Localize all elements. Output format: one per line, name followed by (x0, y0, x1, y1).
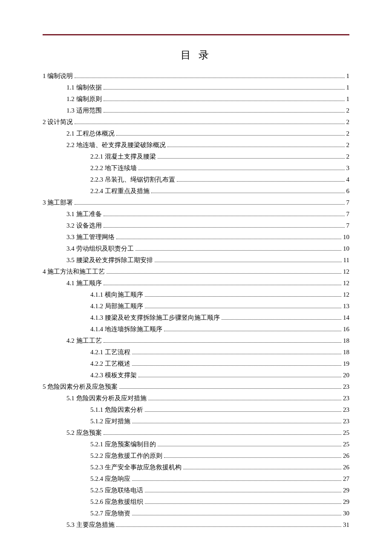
toc-entry-label: 4.1 施工顺序 (66, 278, 102, 289)
toc-entry: 4.1 施工顺序12 (43, 278, 349, 289)
toc-entry: 3.2 设备选用7 (43, 220, 349, 231)
toc-entry: 5.2.4 应急响应27 (43, 473, 349, 485)
toc-entry-page: 12 (343, 266, 349, 278)
toc-leader-dots (145, 296, 341, 297)
toc-entry-page: 7 (346, 220, 350, 231)
toc-entry-page: 18 (343, 347, 349, 358)
toc-entry-page: 31 (343, 519, 349, 531)
toc-leader-dots (104, 112, 345, 113)
toc-entry-page: 10 (343, 231, 349, 243)
toc-entry: 5.2.1 应急预案编制目的25 (43, 439, 349, 450)
toc-entry-page: 7 (346, 208, 350, 220)
toc-entry: 4.2.1 工艺流程18 (43, 347, 349, 358)
toc-leader-dots (116, 239, 342, 239)
toc-entry-label: 2.2.3 吊装孔、绳锯切割孔布置 (90, 174, 175, 185)
toc-entry: 2.1 工程总体概况2 (43, 128, 349, 139)
toc-entry-label: 5.3 主要应急措施 (66, 519, 115, 531)
toc-entry-page: 2 (346, 128, 350, 139)
toc-leader-dots (104, 216, 345, 216)
toc-leader-dots (132, 365, 341, 366)
header-rule (43, 34, 349, 35)
toc-entry-page: 23 (343, 416, 349, 427)
toc-entry-page: 29 (343, 485, 349, 496)
toc-entry: 3.5 腰梁及砼支撑拆除工期安排11 (43, 254, 349, 266)
toc-entry-page: 18 (343, 335, 349, 347)
toc-entry-page: 14 (343, 312, 349, 324)
toc-entry-label: 5.2.1 应急预案编制目的 (90, 439, 156, 450)
toc-entry: 1.1 编制依据1 (43, 82, 349, 93)
toc-entry: 4.1.4 地连墙拆除施工顺序16 (43, 324, 349, 335)
toc-leader-dots (145, 308, 341, 308)
toc-entry-page: 29 (343, 496, 349, 508)
toc-leader-dots (145, 492, 341, 492)
toc-entry-page: 4 (346, 174, 350, 185)
toc-leader-dots (119, 388, 341, 389)
toc-entry: 4.1.2 局部施工顺序13 (43, 301, 349, 312)
toc-entry: 3.1 施工准备7 (43, 208, 349, 220)
toc-entry-label: 5.2 应急预案 (66, 427, 102, 439)
toc-leader-dots (164, 457, 341, 458)
document-page: 目 录 1 编制说明11.1 编制依据11.2 编制原则11.3 适用范围22 … (0, 0, 392, 555)
toc-entry-label: 5.2.3 生产安全事故应急救援机构 (90, 462, 182, 473)
toc-leader-dots (145, 411, 341, 412)
toc-leader-dots (132, 423, 341, 423)
toc-leader-dots (132, 354, 341, 354)
toc-entry: 5.2.6 应急救援组织29 (43, 496, 349, 508)
toc-entry-page: 16 (343, 324, 349, 335)
toc-entry: 4.2.2 工艺概述19 (43, 358, 349, 370)
toc-entry-label: 2 设计简况 (43, 116, 73, 128)
toc-entry-page: 13 (343, 301, 349, 312)
toc-entry-page: 1 (346, 82, 350, 93)
toc-leader-dots (104, 285, 342, 285)
toc-entry-label: 2.2.1 混凝土支撑及腰梁 (90, 151, 156, 162)
toc-entry-page: 1 (346, 93, 350, 105)
toc-leader-dots (75, 204, 344, 205)
toc-entry-page: 3 (346, 162, 350, 174)
toc-entry-label: 5.1.2 应对措施 (90, 416, 130, 427)
toc-leader-dots (75, 78, 344, 78)
toc-leader-dots (135, 250, 342, 251)
toc-entry: 5.2.7 应急物资30 (43, 508, 349, 519)
toc-entry: 3 施工部署7 (43, 197, 349, 208)
toc-entry: 5.1.2 应对措施23 (43, 416, 349, 427)
toc-entry: 2 设计简况2 (43, 116, 349, 128)
toc-entry-label: 5.1.1 危险因素分析 (90, 404, 143, 416)
toc-entry-label: 4.1.1 横向施工顺序 (90, 289, 143, 301)
toc-leader-dots (104, 434, 342, 435)
toc-entry-label: 5.2.5 应急联络电话 (90, 485, 143, 496)
toc-entry-label: 3.5 腰梁及砼支撑拆除工期安排 (66, 254, 153, 266)
toc-entry-page: 30 (343, 508, 349, 519)
toc-entry: 5.2.5 应急联络电话29 (43, 485, 349, 496)
toc-title: 目 录 (43, 48, 349, 62)
toc-entry-page: 26 (343, 462, 349, 473)
toc-leader-dots (151, 193, 345, 193)
toc-leader-dots (116, 526, 342, 527)
toc-entry: 4 施工方法和施工工艺12 (43, 266, 349, 278)
toc-entry-label: 2.2.2 地下连续墙 (90, 162, 137, 174)
toc-entry: 5.1.1 危险因素分析23 (43, 404, 349, 416)
toc-entry-page: 27 (343, 473, 349, 485)
toc-entry-label: 5.2.6 应急救援组织 (90, 496, 143, 508)
toc-entry-label: 4.2.3 模板支撑架 (90, 370, 137, 381)
toc-leader-dots (107, 273, 341, 274)
toc-leader-dots (132, 480, 341, 481)
toc-entry-label: 5 危险因素分析及应急预案 (43, 381, 118, 393)
toc-entry: 1 编制说明1 (43, 70, 349, 82)
toc-entry: 2.2.1 混凝土支撑及腰梁2 (43, 151, 349, 162)
toc-leader-dots (177, 181, 345, 182)
toc-entry-page: 2 (346, 139, 350, 151)
toc-entry: 2.2.3 吊装孔、绳锯切割孔布置4 (43, 174, 349, 185)
toc-leader-dots (104, 89, 345, 90)
toc-leader-dots (138, 170, 345, 170)
toc-entry-page: 23 (343, 393, 349, 404)
toc-entry-label: 2.2.4 工程重点及措施 (90, 185, 150, 197)
toc-leader-dots (138, 377, 341, 377)
toc-entry: 3.4 劳动组织及职责分工10 (43, 243, 349, 254)
toc-entry-label: 3.3 施工管理网络 (66, 231, 115, 243)
toc-entry-label: 3.4 劳动组织及职责分工 (66, 243, 134, 254)
toc-entry-page: 2 (346, 116, 350, 128)
toc-entry-page: 11 (343, 254, 349, 266)
toc-entry-page: 26 (343, 450, 349, 462)
toc-entry: 2.2.2 地下连续墙3 (43, 162, 349, 174)
toc-entry-page: 25 (343, 427, 349, 439)
